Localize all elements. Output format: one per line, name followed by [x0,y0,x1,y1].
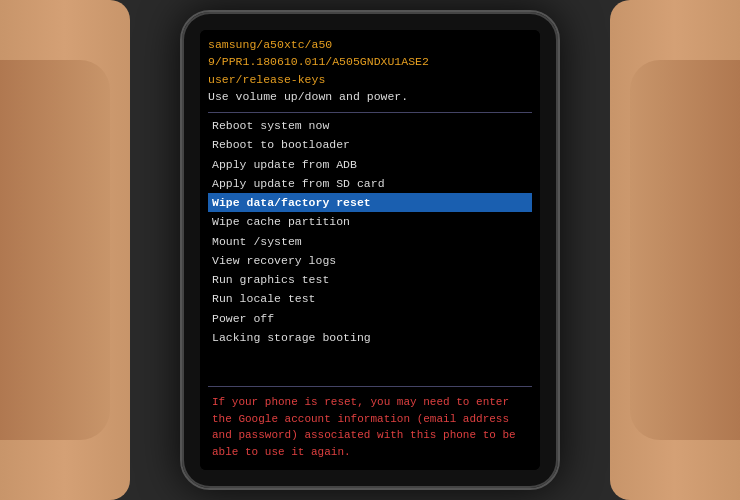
warning-section: If your phone is reset, you may need to … [208,390,532,464]
hand-right [610,0,740,500]
menu-item-0[interactable]: Reboot system now [208,116,532,135]
divider-top [208,112,532,113]
menu-item-5[interactable]: Wipe cache partition [208,212,532,231]
menu-item-11[interactable]: Lacking storage booting [208,328,532,347]
menu-item-4[interactable]: Wipe data/factory reset [208,193,532,212]
divider-bottom [208,386,532,387]
menu-item-3[interactable]: Apply update from SD card [208,174,532,193]
menu-item-2[interactable]: Apply update from ADB [208,155,532,174]
hand-left [0,0,130,500]
hand-right-fingers [630,60,740,440]
menu-item-9[interactable]: Run locale test [208,289,532,308]
header-line4: Use volume up/down and power. [208,88,532,105]
menu-section: Reboot system nowReboot to bootloaderApp… [208,116,532,383]
header-line3: user/release-keys [208,71,532,88]
phone: samsung/a50xtc/a50 9/PPR1.180610.011/A50… [180,10,560,490]
menu-item-7[interactable]: View recovery logs [208,251,532,270]
phone-screen-container: samsung/a50xtc/a50 9/PPR1.180610.011/A50… [200,30,540,470]
scene: samsung/a50xtc/a50 9/PPR1.180610.011/A50… [0,0,740,500]
header-line1: samsung/a50xtc/a50 [208,36,532,53]
warning-text: If your phone is reset, you may need to … [212,394,528,460]
menu-item-1[interactable]: Reboot to bootloader [208,135,532,154]
menu-item-8[interactable]: Run graphics test [208,270,532,289]
header-section: samsung/a50xtc/a50 9/PPR1.180610.011/A50… [208,36,532,105]
recovery-screen: samsung/a50xtc/a50 9/PPR1.180610.011/A50… [200,30,540,470]
hand-left-fingers [0,60,110,440]
header-line2: 9/PPR1.180610.011/A505GNDXU1ASE2 [208,53,532,70]
menu-item-10[interactable]: Power off [208,309,532,328]
menu-item-6[interactable]: Mount /system [208,232,532,251]
